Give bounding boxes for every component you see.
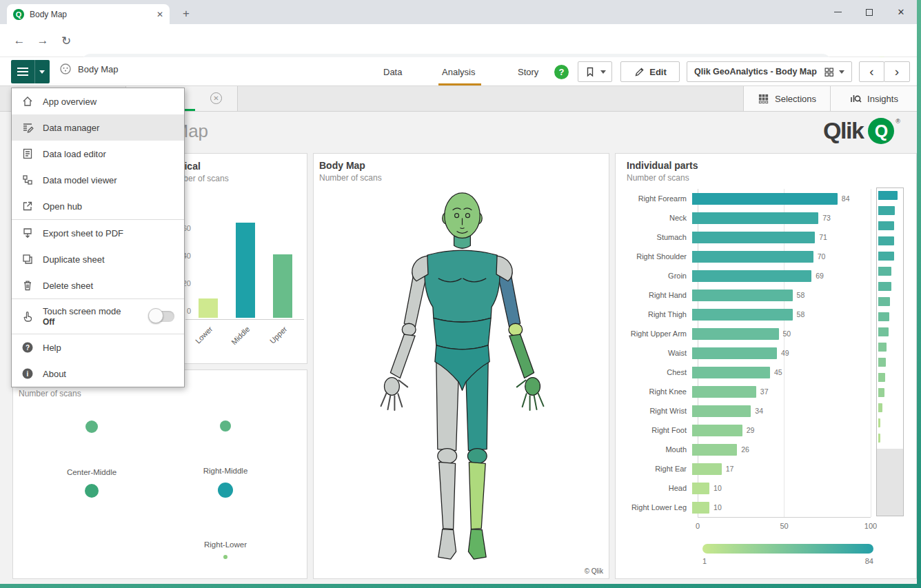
part-label[interactable]: Head — [616, 484, 692, 492]
menu-item-about[interactable]: i About — [12, 361, 184, 387]
part-bar[interactable] — [692, 425, 742, 436]
part-bar[interactable] — [692, 270, 811, 282]
bar-row[interactable]: Head10 — [616, 478, 876, 498]
body-map-card[interactable]: Body Map Number of scans — [313, 153, 609, 579]
part-bar[interactable] — [692, 386, 756, 398]
part-label[interactable]: Mouth — [616, 445, 692, 454]
bubble-point[interactable] — [218, 483, 233, 498]
forward-button[interactable]: → — [33, 31, 52, 50]
part-label[interactable]: Right Thigh — [616, 310, 692, 318]
sheet-selector[interactable]: Qlik GeoAnalytics - Body Map — [687, 61, 852, 82]
chart-scroll-minimap[interactable] — [876, 187, 904, 516]
bar-row[interactable]: Neck73 — [616, 208, 876, 227]
menu-item-data-manager[interactable]: Data manager — [12, 114, 184, 141]
global-menu-button[interactable] — [11, 60, 50, 83]
tab-data[interactable]: Data — [383, 67, 402, 77]
new-tab-button[interactable]: + — [178, 6, 194, 22]
next-sheet-button[interactable]: › — [884, 61, 910, 82]
part-label[interactable]: Right Upper Arm — [616, 330, 692, 338]
part-bar[interactable] — [692, 232, 815, 243]
menu-item-data-model-viewer[interactable]: Data model viewer — [12, 167, 184, 193]
bubble-point[interactable] — [223, 555, 227, 559]
body-figure[interactable] — [354, 190, 571, 569]
part-label[interactable]: Groin — [616, 272, 692, 280]
individual-parts-chart-card[interactable]: Individual parts Number of scans Right F… — [615, 153, 917, 579]
part-bar[interactable] — [692, 328, 779, 340]
bar-row[interactable]: Right Shoulder70 — [616, 247, 876, 266]
bar-row[interactable]: Waist49 — [616, 343, 876, 363]
part-label[interactable]: Waist — [616, 349, 692, 357]
part-bar[interactable] — [692, 483, 709, 494]
part-bar[interactable] — [692, 405, 751, 417]
part-bar[interactable] — [692, 290, 793, 301]
menu-item-delete-sheet[interactable]: Delete sheet — [12, 272, 184, 298]
menu-item-data-load-editor[interactable]: Data load editor — [12, 141, 184, 167]
bar-row[interactable]: Right Forearm84 — [616, 189, 876, 208]
app-chip[interactable]: Body Map — [59, 63, 119, 75]
part-bar[interactable] — [692, 309, 793, 321]
menu-item-touch-mode[interactable]: Touch screen mode Off — [12, 299, 184, 334]
part-bar[interactable] — [692, 251, 813, 263]
part-label[interactable]: Right Lower Leg — [616, 503, 692, 511]
bar-row[interactable]: Right Hand58 — [616, 285, 876, 305]
edit-button[interactable]: Edit — [620, 61, 680, 82]
browser-tab[interactable]: Q Body Map ✕ — [7, 4, 170, 24]
bar-row[interactable]: Right Ear17 — [616, 459, 876, 478]
bar-row[interactable]: Right Thigh58 — [616, 305, 876, 324]
back-button[interactable]: ← — [10, 31, 29, 50]
previous-sheet-button[interactable]: ‹ — [859, 61, 884, 82]
part-label[interactable]: Right Foot — [616, 426, 692, 434]
part-label[interactable]: Right Ear — [616, 465, 692, 473]
bubble-point[interactable] — [85, 420, 98, 433]
selections-button[interactable]: Selections — [744, 86, 830, 111]
part-bar[interactable] — [692, 193, 838, 205]
menu-item-help[interactable]: ? Help — [12, 334, 184, 361]
bar-row[interactable]: Right Knee37 — [616, 382, 876, 401]
part-label[interactable]: Neck — [616, 214, 692, 222]
bar[interactable] — [236, 223, 255, 318]
tab-analysis[interactable]: Analysis — [442, 67, 475, 77]
window-close-button[interactable]: ✕ — [885, 0, 917, 24]
part-label[interactable]: Right Wrist — [616, 407, 692, 415]
bar-row[interactable]: Right Wrist34 — [616, 401, 876, 420]
bar-row[interactable]: Right Upper Arm50 — [616, 324, 876, 343]
close-tab-icon[interactable]: ✕ — [210, 92, 222, 104]
part-bar[interactable] — [692, 212, 818, 224]
bar-row[interactable]: Chest45 — [616, 363, 876, 382]
bar-row[interactable]: Right Foot29 — [616, 420, 876, 440]
tab-story[interactable]: Story — [518, 67, 538, 77]
bar-row[interactable]: Stumach71 — [616, 227, 876, 247]
bubble-chart-card[interactable]: Number of scans Center-MiddleRight-Middl… — [12, 369, 307, 579]
menu-caret[interactable] — [34, 60, 49, 83]
menu-item-open-hub[interactable]: Open hub — [12, 193, 184, 219]
part-label[interactable]: Right Forearm — [616, 194, 692, 203]
menu-item-app-overview[interactable]: App overview — [12, 88, 184, 114]
part-label[interactable]: Right Shoulder — [616, 252, 692, 261]
bubble-point[interactable] — [220, 420, 231, 432]
help-button[interactable]: ? — [554, 65, 569, 79]
reload-button[interactable]: ↻ — [57, 31, 76, 50]
window-maximize-button[interactable] — [853, 0, 885, 24]
window-minimize-button[interactable] — [822, 0, 853, 24]
bar-row[interactable]: Groin69 — [616, 266, 876, 285]
part-bar[interactable] — [692, 463, 722, 475]
bar[interactable] — [199, 298, 218, 318]
bar-row[interactable]: Mouth26 — [616, 440, 876, 459]
tab-close-icon[interactable]: ✕ — [156, 10, 163, 19]
bar[interactable] — [273, 254, 292, 318]
part-label[interactable]: Right Hand — [616, 291, 692, 299]
insights-button[interactable]: Insights — [830, 86, 917, 111]
part-bar[interactable] — [692, 347, 777, 359]
bookmark-dropdown-button[interactable] — [578, 61, 612, 82]
bubble-point[interactable] — [85, 484, 99, 498]
part-label[interactable]: Right Knee — [616, 387, 692, 396]
bar-row[interactable]: Right Lower Leg10 — [616, 498, 876, 517]
part-label[interactable]: Chest — [616, 368, 692, 376]
part-bar[interactable] — [692, 502, 709, 514]
part-bar[interactable] — [692, 367, 770, 378]
part-bar[interactable] — [692, 444, 737, 456]
menu-item-duplicate-sheet[interactable]: Duplicate sheet — [12, 246, 184, 272]
touch-mode-toggle[interactable] — [150, 311, 174, 322]
menu-item-export-pdf[interactable]: Export sheet to PDF — [12, 220, 184, 246]
part-label[interactable]: Stumach — [616, 233, 692, 241]
